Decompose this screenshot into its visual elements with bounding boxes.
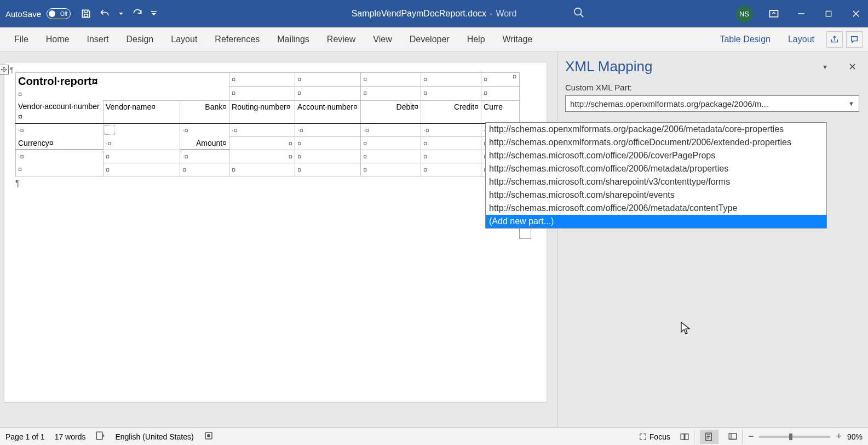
tab-references[interactable]: References [206,29,268,50]
col-currency: Curre [481,100,520,123]
save-icon[interactable] [81,8,91,19]
maximize-icon[interactable] [822,7,835,20]
pane-options-icon[interactable]: ▼ [822,64,833,70]
undo-dropdown-icon[interactable] [118,8,124,19]
col-credit: Credit¤ [421,100,481,123]
tab-writage[interactable]: Writage [494,29,542,50]
spellcheck-icon[interactable] [95,431,105,442]
autosave-state: Off [60,11,67,17]
custom-xml-part-combo[interactable]: http://schemas.openxmlformats.org/packag… [565,95,859,112]
ribbon-display-icon[interactable] [767,7,780,20]
status-page[interactable]: Page 1 of 1 [5,432,45,441]
tab-design[interactable]: Design [117,29,162,50]
focus-icon[interactable]: Focus [639,432,670,441]
col-vendor-name: Vendor·name¤ [104,100,180,123]
autosave-group: AutoSave Off [5,8,71,19]
svg-point-7 [207,435,210,437]
document-table[interactable]: Control·report¤ ¤ ¤¤ ¤¤¤ ¤¤ ¤¤¤ Vendor·a… [15,72,520,176]
status-right: Focus − + 90% [639,430,863,444]
tab-layout[interactable]: Layout [162,29,206,50]
paragraph-mark: ¶ [10,66,14,74]
dropdown-item[interactable]: http://schemas.openxmlformats.org/packag… [486,123,826,136]
zoom-value[interactable]: 90% [847,432,863,441]
chevron-down-icon: ▼ [848,100,854,107]
tab-help[interactable]: Help [458,29,494,50]
search-icon[interactable] [573,7,585,21]
zoom-in-icon[interactable]: + [836,431,842,442]
app-name: Word [496,9,516,19]
minimize-icon[interactable] [795,7,808,20]
zoom-out-icon[interactable]: − [748,431,754,442]
table-row[interactable]: ¤ ¤¤ ¤¤ ¤¤¤ [16,163,520,176]
tab-table-design[interactable]: Table Design [711,29,779,50]
xml-mapping-pane: XML Mapping ▼ ✕ Custom XML Part: http://… [557,52,868,427]
ribbon-tabs: File Home Insert Design Layout Reference… [0,27,868,52]
zoom-slider[interactable] [759,436,830,438]
svg-rect-9 [729,433,737,440]
focus-label: Focus [649,432,670,441]
report-title: Control·report¤ [18,75,98,87]
pane-close-icon[interactable]: ✕ [848,61,859,73]
custom-xml-part-label: Custom XML Part: [565,83,859,92]
pane-title: XML Mapping [565,58,822,75]
qat-customize-icon[interactable] [151,8,157,19]
col-account: Account·number¤ [295,100,361,123]
svg-rect-0 [84,14,88,17]
table-move-handle-icon[interactable] [0,65,9,75]
svg-rect-4 [826,11,831,16]
document-area[interactable]: ¶ Control·report¤ ¤ ¤¤ ¤¤¤ ¤¤ [0,52,557,427]
custom-xml-part-dropdown[interactable]: http://schemas.openxmlformats.org/packag… [485,122,827,229]
title-bar: AutoSave Off SampleVendPaymDocReport.doc… [0,0,868,27]
autosave-label: AutoSave [5,9,41,19]
tab-review[interactable]: Review [318,29,364,50]
title-separator: - [490,9,492,19]
dropdown-item-add-new[interactable]: (Add new part...) [486,215,826,228]
dropdown-item[interactable]: http://schemas.microsoft.com/office/2006… [486,149,826,162]
dropdown-item[interactable]: http://schemas.microsoft.com/sharepoint/… [486,189,826,202]
tab-developer[interactable]: Developer [401,29,458,50]
dropdown-item[interactable]: http://schemas.openxmlformats.org/office… [486,136,826,149]
svg-point-2 [574,8,582,15]
dropdown-item[interactable]: http://schemas.microsoft.com/office/2006… [486,162,826,175]
status-words[interactable]: 17 words [55,432,86,441]
document-page[interactable]: ¶ Control·report¤ ¤ ¤¤ ¤¤¤ ¤¤ [4,62,547,402]
paragraph-mark: ¶ [15,179,543,189]
status-bar: Page 1 of 1 17 words English (United Sta… [0,427,868,445]
cell-mark: ¤ [18,89,22,99]
table-row[interactable]: ·¤ ·¤ ·¤ ·¤·¤ ·¤·¤·¤ [16,124,520,137]
undo-icon[interactable] [99,8,110,19]
table-row[interactable]: Control·report¤ ¤ ¤¤ ¤¤¤ [16,73,520,87]
print-layout-icon[interactable] [700,430,718,444]
quick-access-toolbar [81,8,157,19]
close-icon[interactable] [849,7,863,20]
dropdown-item[interactable]: http://schemas.microsoft.com/sharepoint/… [486,175,826,189]
pane-header: XML Mapping ▼ ✕ [565,58,859,75]
col-routing: Routing·number¤ [229,100,295,123]
col-vendor-account: Vendor·account·number¤ [16,100,104,123]
macro-icon[interactable] [204,431,214,442]
combo-value: http://schemas.openxmlformats.org/packag… [570,99,768,109]
col-currency-2: Currency¤ [16,137,104,150]
user-avatar[interactable]: NS [735,5,753,22]
col-debit: Debit¤ [361,100,421,123]
autosave-toggle[interactable]: Off [47,8,71,19]
table-resize-handle-icon[interactable] [519,227,531,239]
comments-icon[interactable] [846,31,863,48]
tab-insert[interactable]: Insert [78,29,117,50]
col-amount: Amount¤ [180,137,229,150]
tab-table-layout[interactable]: Layout [779,29,823,50]
redo-icon[interactable] [132,8,143,19]
dropdown-item[interactable]: http://schemas.microsoft.com/office/2006… [486,202,826,215]
table-header-row[interactable]: Vendor·account·number¤ Vendor·name¤ Bank… [16,100,520,123]
web-layout-icon[interactable] [724,430,743,444]
table-row[interactable]: ·¤ ¤ ·¤ ¤¤ ¤¤¤ [16,150,520,163]
tab-home[interactable]: Home [37,29,78,50]
tab-file[interactable]: File [5,29,37,50]
table-row[interactable]: Currency¤ Amount¤ ¤¤ ¤¤¤ [16,137,520,150]
document-name: SampleVendPaymDocReport.docx [352,9,486,19]
tab-mailings[interactable]: Mailings [268,29,318,50]
status-language[interactable]: English (United States) [115,432,193,441]
share-icon[interactable] [826,31,843,48]
read-mode-icon[interactable] [676,430,694,444]
tab-view[interactable]: View [364,29,400,50]
